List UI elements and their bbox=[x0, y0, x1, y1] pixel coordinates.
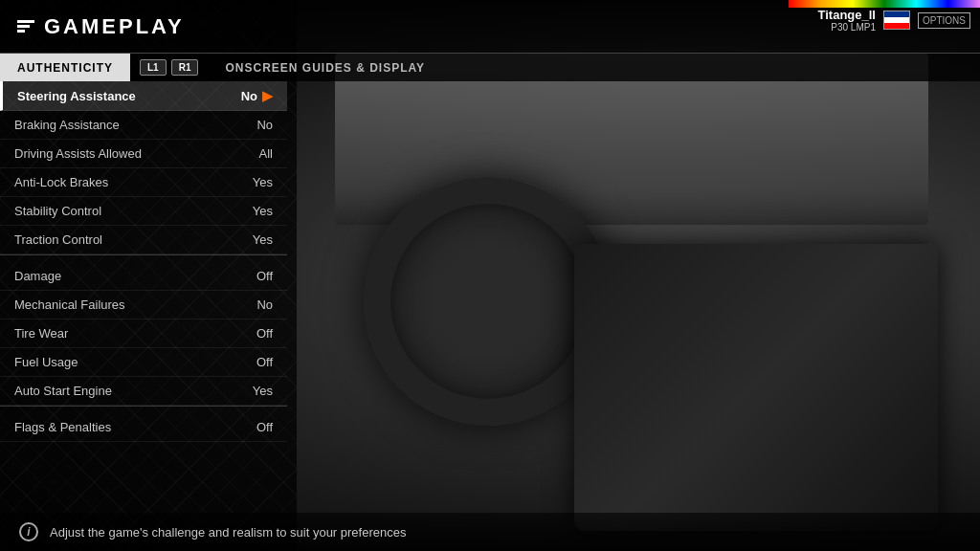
player-details: Titange_ll P30 LMP1 bbox=[818, 8, 876, 33]
menu-item-label: Anti-Lock Brakes bbox=[14, 175, 108, 189]
nav-r1-button[interactable]: R1 bbox=[171, 59, 199, 76]
menu-item-label: Stability Control bbox=[14, 204, 101, 218]
logo-bar-2 bbox=[17, 25, 30, 28]
player-info: Titange_ll P30 LMP1 OPTIONS bbox=[818, 8, 970, 33]
menu-item-value: Off bbox=[256, 269, 273, 283]
menu-item-value: No▶ bbox=[241, 88, 273, 103]
menu-item-auto-start-engine[interactable]: Auto Start EngineYes bbox=[0, 377, 287, 406]
menu-item-label: Fuel Usage bbox=[14, 355, 78, 369]
menu-item-label: Tire Wear bbox=[14, 326, 68, 341]
menu-item-value: Yes bbox=[253, 204, 273, 218]
info-icon: i bbox=[19, 522, 38, 541]
menu-item-label: Driving Assists Allowed bbox=[14, 146, 142, 161]
menu-item-label: Braking Assistance bbox=[14, 118, 120, 132]
info-text: Adjust the game's challenge and realism … bbox=[50, 525, 406, 540]
menu-item-anti-lock-brakes[interactable]: Anti-Lock BrakesYes bbox=[0, 168, 287, 197]
nav-l1-button[interactable]: L1 bbox=[140, 59, 167, 76]
dashboard bbox=[574, 244, 938, 531]
menu-item-mechanical-failures[interactable]: Mechanical FailuresNo bbox=[0, 291, 287, 320]
gameplay-logo: GAMEPLAY bbox=[0, 14, 185, 39]
menu-item-steering-assistance[interactable]: Steering AssistanceNo▶ bbox=[0, 81, 287, 111]
menu-item-label: Auto Start Engine bbox=[14, 384, 112, 398]
settings-menu: Steering AssistanceNo▶Braking Assistance… bbox=[0, 81, 287, 442]
arrow-icon: ▶ bbox=[262, 88, 273, 103]
menu-item-value: Off bbox=[256, 326, 273, 341]
options-button[interactable]: OPTIONS bbox=[918, 12, 970, 29]
player-class: P30 LMP1 bbox=[818, 22, 876, 33]
bottom-info-bar: i Adjust the game's challenge and realis… bbox=[0, 513, 980, 551]
menu-item-label: Damage bbox=[14, 269, 61, 283]
menu-item-stability-control[interactable]: Stability ControlYes bbox=[0, 197, 287, 226]
menu-item-damage[interactable]: DamageOff bbox=[0, 262, 287, 291]
menu-item-value: No bbox=[256, 298, 273, 312]
menu-item-tire-wear[interactable]: Tire WearOff bbox=[0, 320, 287, 348]
menu-item-label: Mechanical Failures bbox=[14, 298, 125, 312]
rainbow-strip bbox=[789, 0, 980, 8]
menu-item-value: Off bbox=[256, 355, 273, 369]
section-divider bbox=[0, 406, 287, 413]
tab-bar: AUTHENTICITY L1 R1 ONSCREEN GUIDES & DIS… bbox=[0, 53, 980, 81]
top-bar: GAMEPLAY Titange_ll P30 LMP1 OPTIONS bbox=[0, 0, 980, 53]
menu-item-value: Yes bbox=[253, 384, 273, 398]
menu-item-driving-assists-allowed[interactable]: Driving Assists AllowedAll bbox=[0, 140, 287, 168]
logo-bar-1 bbox=[17, 20, 34, 23]
car-interior-view bbox=[287, 53, 980, 551]
menu-item-fuel-usage[interactable]: Fuel UsageOff bbox=[0, 348, 287, 377]
player-name: Titange_ll bbox=[818, 8, 876, 22]
menu-item-braking-assistance[interactable]: Braking AssistanceNo bbox=[0, 111, 287, 140]
logo-icon bbox=[17, 20, 34, 33]
section-divider bbox=[0, 254, 287, 262]
menu-item-flags-&-penalties[interactable]: Flags & PenaltiesOff bbox=[0, 413, 287, 442]
tab-navigation: L1 R1 bbox=[130, 54, 208, 81]
menu-item-value: All bbox=[259, 146, 273, 161]
menu-item-traction-control[interactable]: Traction ControlYes bbox=[0, 226, 287, 254]
menu-item-value: No bbox=[256, 118, 273, 132]
menu-item-label: Steering Assistance bbox=[17, 89, 136, 103]
logo-bar-3 bbox=[17, 30, 25, 33]
menu-item-value: Yes bbox=[253, 175, 273, 189]
tab-authenticity[interactable]: AUTHENTICITY bbox=[0, 54, 130, 81]
gameplay-title: GAMEPLAY bbox=[44, 14, 185, 39]
menu-item-value: Yes bbox=[253, 232, 273, 247]
flag-icon bbox=[883, 11, 910, 30]
menu-item-value: Off bbox=[256, 420, 273, 434]
menu-item-label: Flags & Penalties bbox=[14, 420, 111, 434]
menu-item-label: Traction Control bbox=[14, 232, 102, 247]
tab-onscreen-guides[interactable]: ONSCREEN GUIDES & DISPLAY bbox=[208, 54, 442, 81]
